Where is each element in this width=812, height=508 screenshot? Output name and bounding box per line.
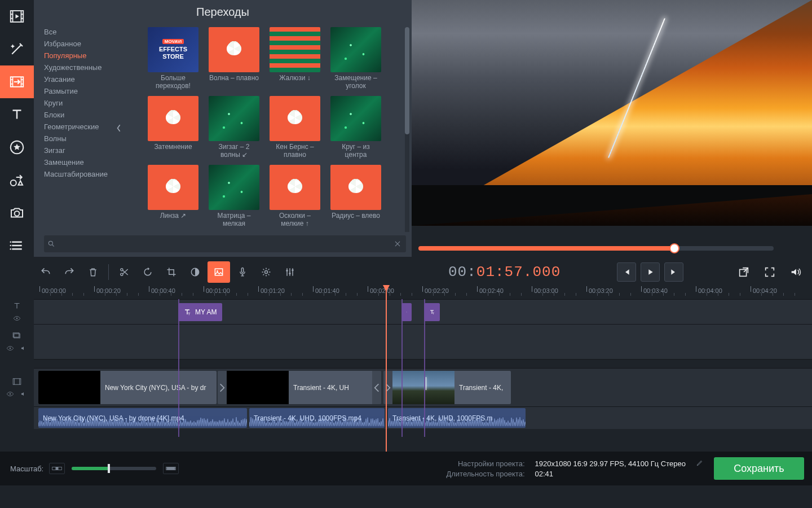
category-item[interactable]: Угасание (44, 73, 114, 85)
transition-item[interactable]: Кен Бернс – плавно (270, 96, 320, 160)
category-item[interactable]: Круги (44, 97, 114, 109)
equalizer-button[interactable] (279, 261, 301, 283)
rail-callouts[interactable] (0, 164, 34, 196)
transition-item[interactable]: Осколки – мелкие ↑ (270, 165, 320, 229)
fullscreen-icon (764, 266, 776, 278)
transition-item[interactable]: Матрица – мелкая (209, 165, 259, 229)
category-item[interactable]: Размытие (44, 85, 114, 97)
transition-label: Матрица – мелкая (209, 212, 259, 229)
transition-item[interactable]: Волна – плавно (209, 27, 259, 91)
next-button[interactable] (664, 262, 683, 282)
category-item[interactable]: Все (44, 26, 114, 38)
rail-transitions[interactable] (0, 65, 34, 98)
volume-button[interactable] (786, 262, 805, 282)
zoom-in-button[interactable] (163, 463, 179, 474)
redo-icon (64, 266, 75, 278)
title-icon (406, 308, 407, 317)
delete-button[interactable] (82, 261, 104, 283)
clip-thumb (38, 371, 100, 404)
eye-icon[interactable] (6, 390, 14, 398)
split-button[interactable] (113, 261, 135, 283)
text-clip[interactable] (401, 303, 412, 321)
mic-button[interactable] (231, 261, 254, 283)
collapse-handle[interactable] (114, 116, 124, 141)
panel-scrollbar[interactable] (405, 27, 409, 232)
transition-item[interactable]: Замещение – уголок (330, 27, 381, 91)
category-item[interactable]: Замещение (44, 156, 114, 168)
project-info: Настройки проекта: 1920x1080 16:9 29.97 … (446, 459, 704, 478)
video-clip[interactable]: Transient - 4K, UH (218, 371, 381, 404)
playhead[interactable] (386, 285, 387, 452)
play-button[interactable] (641, 262, 660, 282)
rail-titles[interactable] (0, 98, 34, 131)
lane-text[interactable]: MY AM (34, 299, 812, 324)
category-item[interactable]: Избранное (44, 38, 114, 50)
contrast-icon (189, 266, 201, 278)
audio-clip[interactable]: Transient - 4K, UHD, 1000FPS.m (388, 408, 526, 428)
rail-filters[interactable] (0, 33, 34, 65)
category-item[interactable]: Блоки (44, 109, 114, 121)
progress-knob[interactable] (669, 243, 679, 253)
category-item[interactable]: Художественные (44, 62, 114, 73)
rail-record[interactable] (0, 196, 34, 229)
transition-item[interactable]: Затемнение (148, 96, 198, 160)
zoom-slider[interactable] (72, 467, 156, 470)
wand-icon (8, 41, 25, 58)
transition-item[interactable]: Радиус – влево (330, 165, 381, 229)
popout-button[interactable] (734, 262, 753, 282)
transition-item[interactable]: Линза ↗ (148, 165, 198, 229)
transition-item[interactable]: Жалюзи ↓ (270, 27, 320, 91)
eye-icon[interactable] (13, 314, 21, 322)
transition-thumb (330, 165, 381, 210)
redo-button[interactable] (58, 261, 81, 283)
timeline-scrollbar[interactable] (34, 447, 812, 450)
timeline-ruler[interactable]: 00:00:0000:00:2000:00:4000:01:0000:01:20… (34, 286, 812, 299)
category-item[interactable]: Волны (44, 133, 114, 144)
transition-item[interactable]: Круг – из центра (330, 96, 381, 160)
category-item[interactable]: Зигзаг (44, 144, 114, 156)
rail-more[interactable] (0, 229, 34, 262)
rail-media[interactable] (0, 0, 34, 33)
gear-icon (261, 266, 272, 278)
color-button[interactable] (184, 261, 206, 283)
sound-icon[interactable] (20, 390, 28, 398)
crop-button[interactable] (160, 261, 183, 283)
preview-canvas[interactable] (412, 0, 812, 226)
video-clip[interactable]: New York City (NYC), USA - by dr (38, 371, 217, 404)
text-clip[interactable]: MY AM (178, 303, 222, 321)
fullscreen-button[interactable] (760, 262, 779, 282)
zoom-out-button[interactable] (49, 463, 65, 474)
undo-button[interactable] (34, 261, 57, 283)
eye-icon[interactable] (6, 344, 14, 352)
edit-toolbar: 00: 01:57.000 (34, 260, 812, 284)
text-clip[interactable] (424, 303, 440, 321)
transition-item[interactable]: Зигзаг – 2 волны ↙ (209, 96, 259, 160)
lane-video[interactable]: New York City (NYC), USA - by drTransien… (34, 368, 812, 406)
search-clear[interactable] (392, 239, 403, 249)
category-item[interactable]: Геометрические (44, 121, 114, 133)
audio-clip[interactable]: Transient - 4K, UHD, 1000FPS.mp4 (249, 408, 385, 428)
lane-overlay[interactable] (34, 324, 812, 359)
svg-point-23 (10, 348, 11, 349)
rail-stickers[interactable] (0, 131, 34, 164)
zoom-knob[interactable] (108, 464, 110, 473)
settings-button[interactable] (255, 261, 277, 283)
category-item[interactable]: Масштабирование (44, 168, 114, 180)
category-item[interactable]: Популярные (44, 50, 114, 62)
prev-button[interactable] (617, 262, 636, 282)
skip-forward-icon (669, 268, 678, 277)
camera-icon (8, 204, 25, 221)
search-input[interactable] (55, 236, 392, 252)
sound-icon[interactable] (20, 344, 28, 352)
rotate-button[interactable] (136, 261, 159, 283)
save-button[interactable]: Сохранить (714, 457, 804, 480)
transitions-grid: MOVAVIEFFECTSSTOREБольше переходов!Волна… (114, 24, 412, 232)
svg-point-7 (10, 248, 12, 250)
transition-item[interactable]: MOVAVIEFFECTSSTOREБольше переходов! (148, 27, 198, 91)
audio-clip[interactable]: New York City (NYC), USA - by drone [4K]… (38, 408, 247, 428)
preview-progress[interactable] (418, 246, 774, 251)
clip-props-button[interactable] (208, 261, 230, 283)
edit-settings-button[interactable] (696, 459, 704, 468)
lane-audio[interactable]: New York City (NYC), USA - by drone [4K]… (34, 406, 812, 429)
scroll-thumb[interactable] (405, 27, 409, 134)
